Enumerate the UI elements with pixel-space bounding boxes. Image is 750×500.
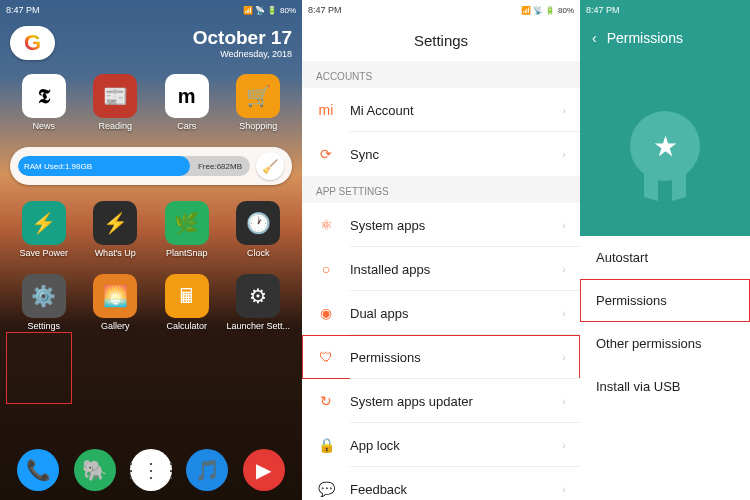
settings-title: Settings <box>302 20 580 61</box>
app-row-3: ⚙️Settings 🌅Gallery 🖩Calculator ⚙Launche… <box>0 266 302 339</box>
settings-screen: 8:47 PM 📶 📡 🔋 80% Settings ACCOUNTS miMi… <box>302 0 580 500</box>
permissions-hero: ★ <box>580 56 750 236</box>
install-usb-item[interactable]: Install via USB <box>580 365 750 408</box>
system-apps-updater-item[interactable]: ↻System apps updater› <box>302 379 580 423</box>
dock-youtube[interactable]: ▶ <box>243 449 285 494</box>
chevron-right-icon: › <box>562 219 566 231</box>
accounts-list: miMi Account› ⟳Sync› <box>302 88 580 176</box>
installed-apps-item[interactable]: ○Installed apps› <box>302 247 580 291</box>
sync-icon: ⟳ <box>316 144 336 164</box>
star-icon: ★ <box>653 130 678 163</box>
app-whatsup[interactable]: ⚡What's Up <box>82 201 150 258</box>
feedback-item[interactable]: 💬Feedback› <box>302 467 580 500</box>
badge-icon: ★ <box>630 111 700 181</box>
feedback-icon: 💬 <box>316 479 336 499</box>
chevron-right-icon: › <box>562 104 566 116</box>
system-apps-icon: ⚛ <box>316 215 336 235</box>
app-news[interactable]: 𝕿News <box>10 74 78 131</box>
ram-bar: RAM Used:1.98GB Free:682MB <box>18 156 250 176</box>
updater-icon: ↻ <box>316 391 336 411</box>
app-settings-list: ⚛System apps› ○Installed apps› ◉Dual app… <box>302 203 580 500</box>
permissions-title: Permissions <box>607 30 683 46</box>
dock: 📞 🐘 ⋮⋮⋮ 🎵 ▶ <box>0 449 302 494</box>
autostart-item[interactable]: Autostart <box>580 236 750 279</box>
installed-apps-icon: ○ <box>316 259 336 279</box>
permissions-highlight <box>302 335 580 379</box>
lock-icon: 🔒 <box>316 435 336 455</box>
home-screen: 8:47 PM 📶 📡 🔋 80% G October 17 Wednesday… <box>0 0 302 500</box>
chevron-right-icon: › <box>562 395 566 407</box>
chevron-right-icon: › <box>562 263 566 275</box>
system-apps-item[interactable]: ⚛System apps› <box>302 203 580 247</box>
mi-account-item[interactable]: miMi Account› <box>302 88 580 132</box>
app-lock-item[interactable]: 🔒App lock› <box>302 423 580 467</box>
status-bar: 8:47 PM <box>580 0 750 20</box>
app-shopping[interactable]: 🛒Shopping <box>225 74 293 131</box>
app-row-2: ⚡Save Power ⚡What's Up 🌿PlantSnap 🕐Clock <box>0 193 302 266</box>
dual-apps-icon: ◉ <box>316 303 336 323</box>
permissions-item[interactable]: 🛡Permissions› <box>302 335 580 379</box>
other-permissions-item[interactable]: Other permissions <box>580 322 750 365</box>
app-plantsnap[interactable]: 🌿PlantSnap <box>153 201 221 258</box>
date-widget[interactable]: October 17 Wednesday, 2018 <box>193 27 292 59</box>
google-search-widget[interactable]: G <box>10 26 55 60</box>
dock-apps[interactable]: ⋮⋮⋮ <box>130 449 172 494</box>
app-launcher[interactable]: ⚙Launcher Sett... <box>225 274 293 331</box>
app-gallery[interactable]: 🌅Gallery <box>82 274 150 331</box>
clean-button[interactable]: 🧹 <box>256 152 284 180</box>
dock-evernote[interactable]: 🐘 <box>74 449 116 494</box>
section-accounts: ACCOUNTS <box>302 61 580 88</box>
status-bar: 8:47 PM 📶 📡 🔋 80% <box>0 0 302 20</box>
dual-apps-item[interactable]: ◉Dual apps› <box>302 291 580 335</box>
app-calculator[interactable]: 🖩Calculator <box>153 274 221 331</box>
permissions-item[interactable]: Permissions <box>580 279 750 322</box>
section-app-settings: APP SETTINGS <box>302 176 580 203</box>
permissions-screen: 8:47 PM ‹ Permissions ★ Autostart Permis… <box>580 0 750 500</box>
app-settings[interactable]: ⚙️Settings <box>10 274 78 331</box>
permissions-header: ‹ Permissions <box>580 20 750 56</box>
status-indicators: 📶 📡 🔋 80% <box>243 6 296 15</box>
chevron-right-icon: › <box>562 483 566 495</box>
chevron-right-icon: › <box>562 439 566 451</box>
app-reading[interactable]: 📰Reading <box>82 74 150 131</box>
permissions-list: Autostart Permissions Other permissions … <box>580 236 750 408</box>
chevron-right-icon: › <box>562 307 566 319</box>
home-header: G October 17 Wednesday, 2018 <box>0 20 302 66</box>
chevron-right-icon: › <box>562 148 566 160</box>
permissions-item-highlight <box>580 279 750 322</box>
status-time: 8:47 PM <box>6 5 40 15</box>
status-bar: 8:47 PM 📶 📡 🔋 80% <box>302 0 580 20</box>
app-clock[interactable]: 🕐Clock <box>225 201 293 258</box>
settings-highlight <box>6 332 72 404</box>
mi-icon: mi <box>316 100 336 120</box>
ram-widget[interactable]: RAM Used:1.98GB Free:682MB 🧹 <box>10 147 292 185</box>
back-icon[interactable]: ‹ <box>592 30 597 46</box>
app-savepower[interactable]: ⚡Save Power <box>10 201 78 258</box>
dock-phone[interactable]: 📞 <box>17 449 59 494</box>
dock-music[interactable]: 🎵 <box>186 449 228 494</box>
sync-item[interactable]: ⟳Sync› <box>302 132 580 176</box>
app-cars[interactable]: mCars <box>153 74 221 131</box>
app-row-1: 𝕿News 📰Reading mCars 🛒Shopping <box>0 66 302 139</box>
